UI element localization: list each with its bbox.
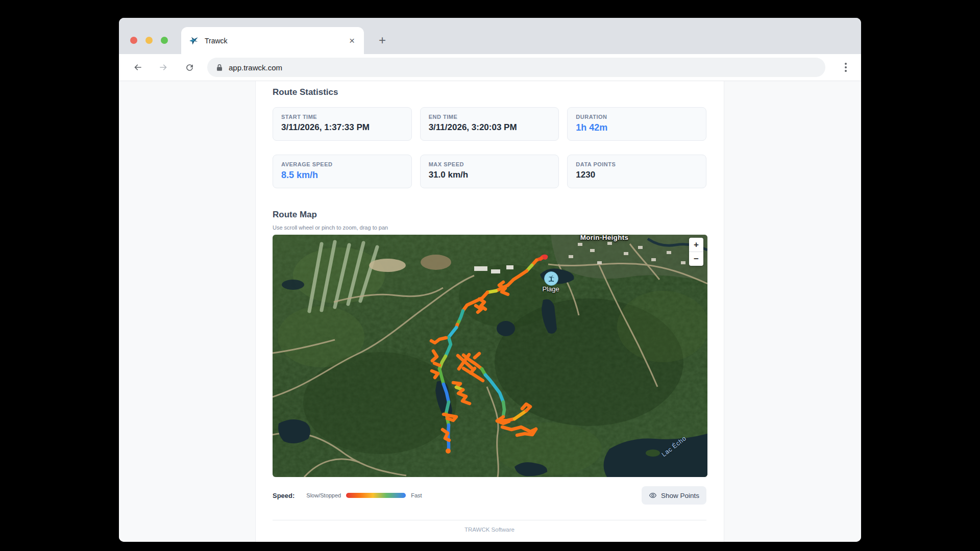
screen: Trawck × + ap [0,0,980,551]
stat-label: END TIME [429,114,551,120]
browser-menu-button[interactable] [836,57,856,78]
route-statistics-heading: Route Statistics [273,86,706,98]
tab-title: Trawck [205,37,347,45]
stat-value: 1h 42m [576,122,698,133]
window-controls [130,37,168,44]
stat-value: 8.5 km/h [281,170,403,181]
stat-card-max-speed: MAX SPEED 31.0 km/h [420,155,559,188]
stat-card-data-points: DATA POINTS 1230 [567,155,706,188]
page-background: Route Statistics START TIME 3/11/2026, 1… [119,81,861,542]
stat-label: AVERAGE SPEED [281,161,403,167]
map-hint-text: Use scroll wheel or pinch to zoom, drag … [273,224,706,231]
legend-fast-label: Fast [411,492,422,498]
satellite-map[interactable]: Morin-Heights Plage Lac Écho + [273,235,707,477]
lock-icon[interactable] [216,64,223,71]
beach-label: Plage [542,285,559,293]
tab-strip: Trawck × + [119,18,861,54]
map-layers [273,235,707,477]
stat-card-average-speed: AVERAGE SPEED 8.5 km/h [273,155,412,188]
stat-value: 3/11/2026, 1:37:33 PM [281,122,403,133]
stat-value: 31.0 km/h [429,170,551,180]
stat-value: 1230 [576,170,698,180]
stat-value: 3/11/2026, 3:20:03 PM [429,122,551,133]
zoom-in-button[interactable]: + [689,238,703,252]
browser-tab[interactable]: Trawck × [181,27,364,54]
content-card: Route Statistics START TIME 3/11/2026, 1… [255,81,724,542]
stat-label: DATA POINTS [576,161,698,167]
stat-label: MAX SPEED [429,161,551,167]
town-label: Morin-Heights [580,235,629,241]
tab-close-icon[interactable]: × [347,36,357,45]
legend-slow-label: Slow/Stopped [306,492,341,498]
stat-card-start-time: START TIME 3/11/2026, 1:37:33 PM [273,107,412,141]
eye-icon [649,491,657,499]
speed-gradient-bar [346,493,406,498]
minimize-window-button[interactable] [145,37,153,44]
route-map-heading: Route Map [273,209,706,221]
footer-text: TRAWCK Software [273,520,706,533]
zoom-window-button[interactable] [161,37,168,44]
legend-row: Speed: Slow/Stopped Fast Show Points [273,486,706,505]
url-text: app.trawck.com [229,63,282,72]
zoom-out-button[interactable]: − [689,252,703,266]
map-zoom-control: + − [689,238,703,266]
legend-title: Speed: [273,492,295,499]
new-tab-button[interactable]: + [373,31,391,49]
palm-tree-icon [547,274,555,283]
browser-toolbar: app.trawck.com [119,54,861,81]
lake-island [646,449,660,457]
clearing [421,255,451,270]
stats-grid: START TIME 3/11/2026, 1:37:33 PM END TIM… [273,107,706,188]
forward-button[interactable] [153,57,174,78]
beach-marker [544,271,558,286]
browser-window: Trawck × + ap [119,18,861,542]
ski-base-lodge [369,259,406,272]
close-window-button[interactable] [130,37,137,44]
stat-label: DURATION [576,114,698,120]
stat-card-end-time: END TIME 3/11/2026, 3:20:03 PM [420,107,559,141]
show-points-label: Show Points [661,492,699,499]
stat-card-duration: DURATION 1h 42m [567,107,706,141]
reload-button[interactable] [179,57,200,78]
trawck-bird-favicon-icon [188,36,199,46]
url-bar[interactable]: app.trawck.com [207,58,825,77]
show-points-button[interactable]: Show Points [642,486,706,505]
back-button[interactable] [128,57,148,78]
stat-label: START TIME [281,114,403,120]
